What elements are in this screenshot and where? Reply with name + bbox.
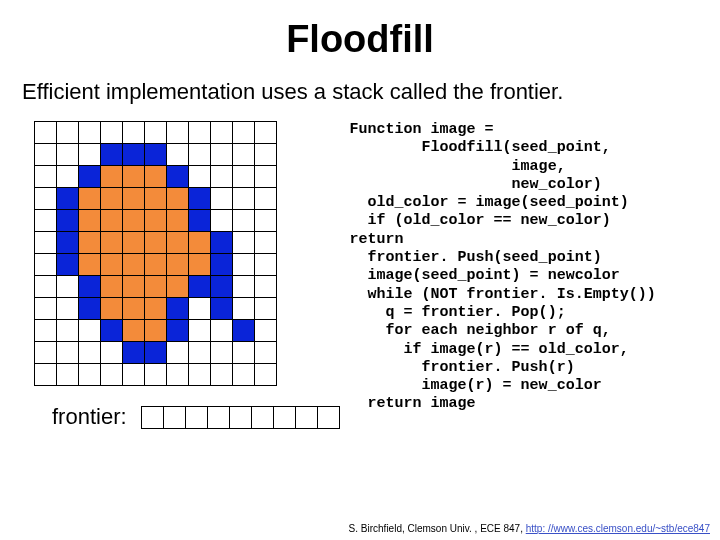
grid-cell	[35, 144, 57, 166]
grid-cell	[101, 166, 123, 188]
grid-cell	[211, 298, 233, 320]
grid-cell	[255, 188, 277, 210]
grid-cell	[57, 298, 79, 320]
grid-cell	[167, 122, 189, 144]
grid-cell	[167, 232, 189, 254]
grid-cell	[233, 320, 255, 342]
grid-cell	[255, 166, 277, 188]
grid-cell	[123, 320, 145, 342]
grid-cell	[123, 210, 145, 232]
grid-cell	[211, 254, 233, 276]
content-area: frontier: Function image = Floodfill(see…	[0, 121, 720, 430]
grid-cell	[167, 276, 189, 298]
grid-cell	[167, 144, 189, 166]
grid-cell	[35, 188, 57, 210]
grid-cell	[79, 254, 101, 276]
grid-cell	[57, 364, 79, 386]
code-line: Function image =	[350, 121, 494, 138]
grid-cell	[233, 276, 255, 298]
code-block: Function image = Floodfill(seed_point, i…	[350, 121, 706, 414]
code-line: image(seed_point) = newcolor	[350, 267, 620, 284]
stack-cell	[164, 407, 186, 429]
grid-cell	[79, 320, 101, 342]
grid-cell	[35, 210, 57, 232]
stack-cell	[252, 407, 274, 429]
grid-cell	[79, 298, 101, 320]
left-column: frontier:	[34, 121, 340, 430]
grid-cell	[101, 364, 123, 386]
grid-cell	[189, 232, 211, 254]
grid-cell	[57, 320, 79, 342]
stack-cell	[274, 407, 296, 429]
grid-cell	[233, 232, 255, 254]
grid-cell	[123, 232, 145, 254]
code-line: new_color)	[350, 176, 602, 193]
grid-cell	[233, 364, 255, 386]
grid-cell	[57, 144, 79, 166]
grid-cell	[211, 166, 233, 188]
footer-attribution: S. Birchfield, Clemson Univ. , ECE 847, …	[349, 523, 710, 534]
grid-cell	[255, 210, 277, 232]
grid-cell	[167, 320, 189, 342]
grid-cell	[255, 364, 277, 386]
grid-cell	[123, 298, 145, 320]
stack-cell	[230, 407, 252, 429]
code-line: Floodfill(seed_point,	[350, 139, 611, 156]
grid-cell	[211, 342, 233, 364]
grid-cell	[123, 276, 145, 298]
grid-cell	[35, 298, 57, 320]
grid-cell	[145, 210, 167, 232]
grid-cell	[79, 232, 101, 254]
footer-text: S. Birchfield, Clemson Univ. , ECE 847,	[349, 523, 526, 534]
grid-cell	[145, 342, 167, 364]
grid-cell	[233, 342, 255, 364]
grid-cell	[145, 122, 167, 144]
frontier-label: frontier:	[52, 404, 127, 430]
grid-cell	[233, 144, 255, 166]
grid-cell	[145, 166, 167, 188]
grid-cell	[79, 188, 101, 210]
code-line: image(r) = new_color	[350, 377, 602, 394]
grid-cell	[79, 342, 101, 364]
grid-cell	[211, 188, 233, 210]
grid-cell	[255, 298, 277, 320]
code-line: while (NOT frontier. Is.Empty())	[350, 286, 656, 303]
grid-cell	[211, 276, 233, 298]
grid-cell	[255, 122, 277, 144]
grid-cell	[167, 342, 189, 364]
grid-cell	[189, 254, 211, 276]
page-title: Floodfill	[0, 18, 720, 61]
grid-cell	[79, 166, 101, 188]
grid-cell	[101, 342, 123, 364]
grid-cell	[189, 122, 211, 144]
grid-cell	[145, 144, 167, 166]
grid-cell	[211, 210, 233, 232]
grid-cell	[35, 276, 57, 298]
grid-cell	[189, 276, 211, 298]
grid-cell	[233, 210, 255, 232]
code-line: return image	[350, 395, 476, 412]
grid-cell	[101, 144, 123, 166]
subtitle: Efficient implementation uses a stack ca…	[22, 79, 720, 105]
grid-cell	[123, 122, 145, 144]
grid-cell	[123, 166, 145, 188]
grid-cell	[255, 342, 277, 364]
grid-cell	[189, 188, 211, 210]
grid-cell	[167, 166, 189, 188]
grid-cell	[57, 122, 79, 144]
code-line: q = frontier. Pop();	[350, 304, 566, 321]
frontier-row: frontier:	[52, 404, 340, 430]
grid-cell	[211, 122, 233, 144]
grid-cell	[189, 320, 211, 342]
grid-cell	[101, 188, 123, 210]
grid-cell	[255, 254, 277, 276]
grid-cell	[189, 210, 211, 232]
grid-cell	[35, 342, 57, 364]
stack-cell	[142, 407, 164, 429]
footer-link[interactable]: http: //www.ces.clemson.edu/~stb/ece847	[526, 523, 710, 534]
grid-cell	[101, 122, 123, 144]
grid-cell	[211, 144, 233, 166]
grid-cell	[145, 188, 167, 210]
frontier-stack	[141, 406, 340, 429]
grid-cell	[145, 254, 167, 276]
